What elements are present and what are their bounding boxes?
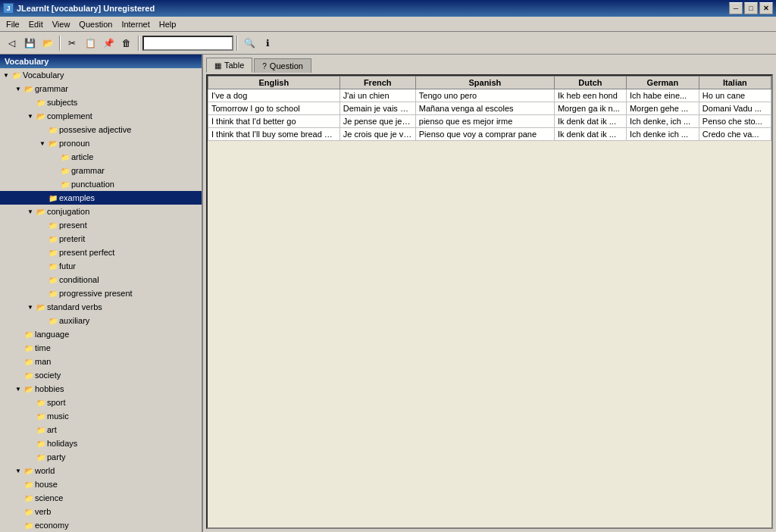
- tree-scroll[interactable]: ▼📁Vocabulary▼📂grammar📁subjects▼📂compleme…: [0, 68, 202, 532]
- col-header-german[interactable]: German: [626, 77, 699, 89]
- toolbar-btn-info[interactable]: ℹ: [259, 35, 276, 52]
- minimize-button[interactable]: ─: [729, 2, 743, 14]
- tree-item-conditional[interactable]: 📁conditional: [0, 273, 202, 286]
- tree-expander-present-perfect[interactable]: [36, 246, 48, 258]
- col-header-spanish[interactable]: Spanish: [415, 77, 554, 89]
- tree-item-examples[interactable]: 📁examples: [0, 191, 202, 205]
- tree-item-world[interactable]: ▼📂world: [0, 464, 202, 477]
- tree-item-music[interactable]: 📁music: [0, 409, 202, 423]
- tree-item-economy[interactable]: 📁economy: [0, 518, 202, 532]
- tree-item-conjugation[interactable]: ▼📂conjugation: [0, 205, 202, 218]
- toolbar-btn-back[interactable]: ◁: [3, 35, 20, 52]
- tree-expander-hobbies[interactable]: ▼: [12, 383, 24, 395]
- table-area[interactable]: English French Spanish Dutch German Ital…: [206, 74, 773, 529]
- search-input[interactable]: [142, 36, 233, 51]
- menu-view[interactable]: View: [48, 18, 75, 30]
- tree-expander-possesive-adjective[interactable]: [36, 124, 48, 136]
- tree-item-present-perfect[interactable]: 📁present perfect: [0, 246, 202, 259]
- toolbar-btn-cut[interactable]: ✂: [64, 35, 80, 52]
- tree-item-man[interactable]: 📁man: [0, 355, 202, 368]
- table-row[interactable]: I've a dogJ'ai un chienTengo uno peroIk …: [208, 89, 771, 102]
- tree-item-grammar2[interactable]: 📁grammar: [0, 164, 202, 177]
- tree-expander-society[interactable]: [12, 369, 24, 381]
- tree-item-complement[interactable]: ▼📂complement: [0, 109, 202, 123]
- tree-expander-sport[interactable]: [24, 396, 36, 408]
- tree-item-holidays[interactable]: 📁holidays: [0, 437, 202, 450]
- tree-item-punctuation[interactable]: 📁punctuation: [0, 177, 202, 191]
- tree-expander-holidays[interactable]: [24, 437, 36, 449]
- tree-item-pronoun[interactable]: ▼📂pronoun: [0, 136, 202, 150]
- col-header-italian[interactable]: Italian: [699, 77, 771, 89]
- tree-item-science[interactable]: 📁science: [0, 491, 202, 505]
- tree-expander-science[interactable]: [12, 492, 24, 504]
- tree-item-party[interactable]: 📁party: [0, 450, 202, 464]
- tree-item-subjects[interactable]: 📁subjects: [0, 95, 202, 109]
- table-row[interactable]: I think that I'd better goJe pense que j…: [208, 115, 771, 128]
- tree-item-time[interactable]: 📁time: [0, 341, 202, 355]
- close-button[interactable]: ✕: [759, 2, 773, 14]
- toolbar-btn-delete[interactable]: 🗑: [118, 35, 135, 52]
- tree-item-article[interactable]: 📁article: [0, 150, 202, 164]
- tree-expander-futur[interactable]: [36, 260, 48, 272]
- tree-expander-punctuation[interactable]: [48, 178, 61, 190]
- tree-expander-music[interactable]: [24, 410, 36, 422]
- tree-expander-verb[interactable]: [12, 505, 24, 518]
- tree-expander-grammar[interactable]: ▼: [12, 83, 24, 95]
- tree-item-futur[interactable]: 📁futur: [0, 259, 202, 273]
- tab-question[interactable]: ? Question: [254, 58, 311, 73]
- menu-help[interactable]: Help: [155, 18, 181, 30]
- toolbar-btn-copy[interactable]: 📋: [82, 35, 99, 52]
- tree-expander-examples[interactable]: [36, 192, 48, 204]
- tree-item-sport[interactable]: 📁sport: [0, 396, 202, 409]
- tree-expander-economy[interactable]: [12, 519, 24, 531]
- table-row[interactable]: Tomorrow I go to schoolDemain je vais à …: [208, 102, 771, 115]
- tree-item-grammar[interactable]: ▼📂grammar: [0, 82, 202, 95]
- tree-expander-progressive-present[interactable]: [36, 287, 48, 299]
- tree-item-preterit[interactable]: 📁preterit: [0, 232, 202, 246]
- tree-item-hobbies[interactable]: ▼📂hobbies: [0, 382, 202, 396]
- menu-question[interactable]: Question: [74, 18, 117, 30]
- tree-item-auxiliary[interactable]: 📁auxiliary: [0, 314, 202, 327]
- col-header-english[interactable]: English: [208, 77, 340, 89]
- tree-expander-pronoun[interactable]: ▼: [36, 137, 48, 149]
- tree-item-society[interactable]: 📁society: [0, 368, 202, 382]
- tree-expander-man[interactable]: [12, 355, 24, 368]
- tree-item-standard-verbs[interactable]: ▼📂standard verbs: [0, 300, 202, 314]
- tree-item-art[interactable]: 📁art: [0, 423, 202, 437]
- tree-expander-complement[interactable]: ▼: [24, 110, 36, 122]
- tree-expander-art[interactable]: [24, 424, 36, 436]
- tree-expander-preterit[interactable]: [36, 233, 48, 245]
- tree-expander-subjects[interactable]: [24, 96, 36, 108]
- toolbar-btn-save[interactable]: 💾: [21, 35, 38, 52]
- tree-expander-article[interactable]: [48, 151, 61, 163]
- col-header-dutch[interactable]: Dutch: [554, 77, 626, 89]
- tree-item-present[interactable]: 📁present: [0, 218, 202, 232]
- tree-expander-party[interactable]: [24, 451, 36, 463]
- tree-expander-present[interactable]: [36, 219, 48, 231]
- tree-expander-conjugation[interactable]: ▼: [24, 205, 36, 217]
- tree-expander-auxiliary[interactable]: [36, 315, 48, 327]
- col-header-french[interactable]: French: [340, 77, 415, 89]
- tree-item-possesive-adjective[interactable]: 📁possesive adjective: [0, 123, 202, 136]
- tree-item-house[interactable]: 📁house: [0, 477, 202, 491]
- menu-internet[interactable]: Internet: [117, 18, 154, 30]
- tree-item-progressive-present[interactable]: 📁progressive present: [0, 286, 202, 300]
- tree-expander-conditional[interactable]: [36, 274, 48, 286]
- tree-expander-vocabulary[interactable]: ▼: [0, 69, 12, 81]
- maximize-button[interactable]: □: [744, 2, 758, 14]
- tree-expander-time[interactable]: [12, 342, 24, 354]
- menu-file[interactable]: File: [2, 18, 24, 30]
- tree-expander-language[interactable]: [12, 328, 24, 340]
- tab-table[interactable]: ▦ Table: [206, 58, 252, 73]
- tree-expander-standard-verbs[interactable]: ▼: [24, 301, 36, 313]
- tree-expander-house[interactable]: [12, 478, 24, 490]
- tree-expander-grammar2[interactable]: [48, 164, 61, 177]
- toolbar-btn-open[interactable]: 📂: [39, 35, 56, 52]
- table-row[interactable]: I think that I'll buy some bread nowJe c…: [208, 128, 771, 141]
- tree-item-vocabulary[interactable]: ▼📁Vocabulary: [0, 68, 202, 82]
- menu-edit[interactable]: Edit: [24, 18, 48, 30]
- tree-expander-world[interactable]: ▼: [12, 465, 24, 477]
- tree-item-verb[interactable]: 📁verb: [0, 505, 202, 518]
- toolbar-btn-paste[interactable]: 📌: [100, 35, 117, 52]
- tree-item-language[interactable]: 📁language: [0, 327, 202, 341]
